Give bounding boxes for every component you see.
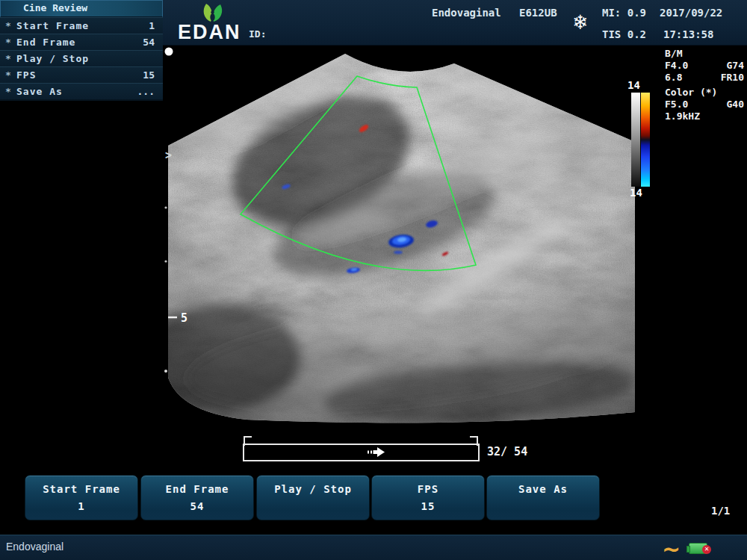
menu-item-label: End Frame <box>16 37 143 48</box>
depth-tick <box>164 260 167 262</box>
menu-item-marker: * <box>0 20 16 31</box>
menu-item-fps[interactable]: * FPS 15 <box>0 66 163 83</box>
button-value: 1 <box>25 500 137 512</box>
imaging-parameters: B/M F4.0 G74 6.8 FR10 Color (*) F5.0 G40… <box>665 48 744 122</box>
menu-item-value: 15 <box>143 69 163 81</box>
depth-label: 5 <box>181 311 187 325</box>
play-stop-button[interactable]: Play / Stop <box>256 475 370 520</box>
menu-item-marker: * <box>0 53 16 64</box>
battery-error-badge: ✕ <box>702 545 711 554</box>
menu-item-label: Save As <box>16 86 137 97</box>
menu-item-start-frame[interactable]: * Start Frame 1 <box>0 17 163 34</box>
menu-item-end-frame[interactable]: * End Frame 54 <box>0 34 163 50</box>
b-mode-fan <box>138 22 655 433</box>
depth-tick <box>164 370 167 373</box>
button-value: 54 <box>141 500 253 512</box>
color-gain: G40 <box>727 99 744 111</box>
depth-tick <box>164 206 167 208</box>
button-label: FPS <box>372 483 484 495</box>
b-depth: 6.8 <box>665 72 682 84</box>
menu-item-save-as[interactable]: * Save As ... <box>0 83 163 99</box>
save-as-button[interactable]: Save As <box>486 475 600 520</box>
color-prf: 1.9kHZ <box>665 111 744 122</box>
bar-top-value: 14 <box>627 79 640 91</box>
menu-item-marker: * <box>0 37 16 48</box>
fps-button[interactable]: FPS 15 <box>371 475 485 520</box>
color-doppler-bar <box>641 93 650 187</box>
orientation-marker: > <box>165 149 172 162</box>
grayscale-bar <box>631 93 640 187</box>
cine-progress-bar[interactable] <box>243 444 480 461</box>
menu-item-value: ... <box>137 86 163 97</box>
menu-item-value: 54 <box>143 37 163 48</box>
color-frequency: F5.0 <box>665 99 688 111</box>
status-preset-label: Endovaginal <box>6 541 63 553</box>
menu-item-marker: * <box>0 86 16 97</box>
probe-orientation-dot <box>165 48 173 56</box>
bar-bottom-value: 14 <box>630 187 642 199</box>
button-label: Start Frame <box>25 483 137 495</box>
menu-page-indicator: 1/1 <box>711 505 730 517</box>
battery-terminal <box>686 546 690 553</box>
menu-title: Cine Review <box>0 0 163 17</box>
cine-frame-counter: 32/ 54 <box>487 445 527 458</box>
b-frame-rate: FR10 <box>721 72 744 84</box>
button-label: End Frame <box>141 483 253 495</box>
button-label: Save As <box>487 483 599 495</box>
color-mode-label: Color (*) <box>665 87 744 99</box>
menu-item-marker: * <box>0 69 16 81</box>
menu-item-label: Play / Stop <box>16 53 155 64</box>
mode-label: B/M <box>665 48 744 60</box>
battery-icon: ✕ <box>689 543 707 554</box>
menu-item-label: FPS <box>16 69 143 81</box>
ultrasound-screen: EDAN ID: Endovaginal E612UB ❄ MI: 0.9 TI… <box>0 0 747 560</box>
status-bar: Endovaginal ~ ✕ <box>0 535 747 560</box>
button-label: Play / Stop <box>257 483 369 495</box>
cine-position-arrow[interactable] <box>368 447 385 457</box>
menu-item-play-stop[interactable]: * Play / Stop <box>0 50 163 66</box>
cine-review-menu: Cine Review * Start Frame 1 * End Frame … <box>0 0 163 101</box>
wave-icon: ~ <box>662 536 681 560</box>
b-gain: G74 <box>727 60 744 72</box>
b-frequency: F4.0 <box>665 60 688 72</box>
menu-item-label: Start Frame <box>16 20 149 31</box>
end-frame-button[interactable]: End Frame 54 <box>140 475 254 520</box>
menu-item-value: 1 <box>149 20 163 31</box>
start-frame-button[interactable]: Start Frame 1 <box>25 475 138 520</box>
button-value: 15 <box>372 500 484 512</box>
